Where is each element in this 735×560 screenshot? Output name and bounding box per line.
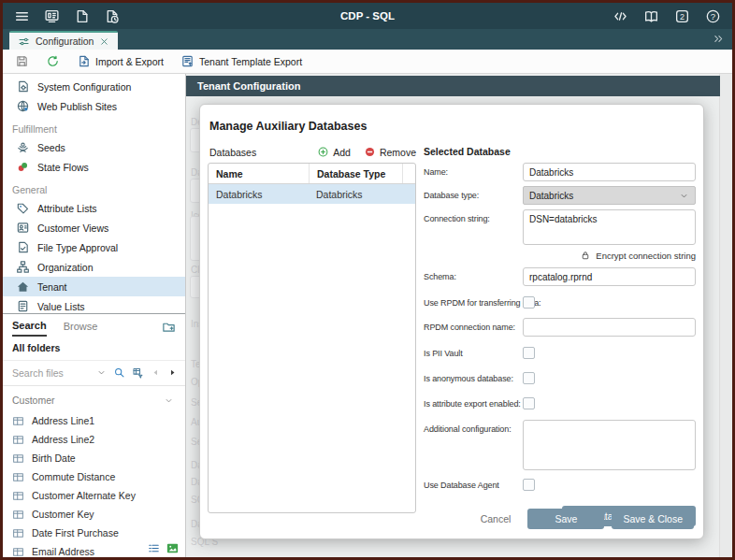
file-item-address-line2[interactable]: Address Line2 [3, 430, 185, 449]
database-agent-label: Use Database Agent [424, 476, 523, 490]
connection-string-label: Connection string: [424, 209, 523, 223]
file-item-birth-date[interactable]: Birth Date [3, 449, 185, 467]
sidebar-item-organization[interactable]: Organization [3, 257, 185, 277]
column-name[interactable]: Name [209, 168, 309, 179]
thumbnail-view-icon[interactable] [166, 541, 180, 555]
more-tabs-icon[interactable] [713, 33, 725, 45]
name-label: Name: [424, 163, 523, 177]
code-icon[interactable] [612, 8, 628, 24]
file-item-label: Birth Date [32, 452, 76, 464]
save-button[interactable]: Save [527, 509, 604, 529]
table-header-gutter [402, 164, 415, 183]
field-icon [12, 546, 24, 558]
file-item-date-first-purchase[interactable]: Date First Purchase [3, 524, 185, 542]
field-icon [12, 509, 24, 521]
manage-auxiliary-databases-dialog: Manage Auxiliary Databases Databases Add… [199, 104, 704, 539]
file-item-label: Customer Key [32, 509, 94, 520]
search-icon[interactable] [113, 366, 125, 379]
database-row-databricks[interactable]: DatabricksDatabricks [209, 184, 415, 204]
pii-vault-checkbox[interactable] [523, 347, 535, 359]
open-file-icon[interactable] [74, 8, 90, 24]
import-export-label: Import & Export [95, 56, 164, 67]
panel-title: Tenant Configuration [186, 76, 720, 96]
sliders-icon [18, 36, 30, 48]
sidebar-item-seeds[interactable]: Seeds [3, 137, 185, 157]
topbar-left-icons [14, 8, 120, 24]
tab-browse[interactable]: Browse [64, 321, 98, 336]
sidebar-item-file-type-approval[interactable]: File Type Approval [3, 237, 185, 257]
tab-configuration[interactable]: Configuration [9, 31, 118, 50]
save-and-close-button[interactable]: Save & Close [612, 509, 694, 529]
sidebar-item-label: State Flows [37, 162, 89, 173]
folder-group-label: Customer [12, 395, 55, 406]
database-agent-checkbox[interactable] [523, 479, 535, 491]
sidebar-item-value-lists[interactable]: Value Lists [3, 296, 185, 313]
dialog-footer: Cancel Save Save & Close [471, 509, 694, 529]
list-view-icon[interactable] [147, 541, 161, 555]
tab-search[interactable]: Search [12, 320, 47, 337]
database-type-select[interactable]: Databricks [523, 186, 696, 205]
remove-icon [364, 146, 376, 158]
search-input[interactable]: Search files [12, 367, 90, 379]
sidebar-item-label: Customer Views [37, 223, 108, 234]
schema-field[interactable]: rpcatalog.rprnd [523, 267, 696, 286]
recent-files-icon[interactable] [104, 8, 120, 24]
name-field[interactable]: Databricks [523, 163, 696, 181]
field-icon [12, 452, 24, 465]
rpdm-transfer-checkbox[interactable] [523, 296, 535, 309]
anonymous-database-checkbox[interactable] [523, 372, 535, 384]
file-item-customer-alternate-key[interactable]: Customer Alternate Key [3, 486, 185, 505]
file-list: Address Line1Address Line2Birth DateComm… [3, 409, 185, 558]
workspace-icon[interactable] [44, 8, 60, 24]
prev-page-icon[interactable] [151, 367, 161, 378]
encrypt-connection-string[interactable]: Encrypt connection string [424, 250, 696, 261]
folder-group-customer[interactable]: Customer [3, 386, 185, 409]
sidebar-item-label: Attribute Lists [37, 203, 97, 214]
column-database-type[interactable]: Database Type [309, 164, 402, 183]
sidebar-item-customer-views[interactable]: Customer Views [3, 218, 185, 237]
close-tab-icon[interactable] [99, 36, 109, 47]
nav-section-general: General [3, 177, 185, 198]
documentation-icon[interactable] [643, 8, 659, 24]
remove-database-button[interactable]: Remove [364, 146, 416, 158]
rpdm-connection-name-label: RPDM connection name: [424, 318, 523, 332]
menu-icon[interactable] [14, 8, 30, 24]
org-icon [16, 260, 30, 274]
tenant-template-export-button[interactable]: Tenant Template Export [180, 54, 302, 68]
sidebar-item-state-flows[interactable]: State Flows [3, 157, 185, 177]
all-folders-label[interactable]: All folders [3, 337, 185, 361]
cell-database-type: Databricks [309, 184, 403, 204]
main-scrollbar[interactable] [719, 74, 732, 558]
file-browser-panel: Search Browse All folders Search files C… [3, 313, 185, 558]
table-header: Name Database Type [209, 164, 415, 184]
additional-configuration-field[interactable] [523, 420, 696, 470]
sidebar-item-tenant[interactable]: Tenant [3, 277, 185, 296]
filter-icon[interactable] [132, 366, 144, 379]
import-export-button[interactable]: Import & Export [77, 54, 164, 68]
next-page-icon[interactable] [167, 367, 178, 378]
databases-table: Name Database Type DatabricksDatabricks [208, 163, 416, 513]
cancel-button[interactable]: Cancel [471, 513, 521, 524]
sidebar-item-attribute-lists[interactable]: Attribute Lists [3, 198, 185, 218]
add-database-button[interactable]: Add [317, 146, 351, 158]
file-item-address-line1[interactable]: Address Line1 [3, 411, 185, 430]
file-item-customer-key[interactable]: Customer Key [3, 505, 185, 524]
add-icon [317, 146, 329, 158]
tab-bar: Configuration [3, 29, 732, 50]
connection-string-field[interactable]: DSN=databricks [523, 209, 696, 245]
chevron-down-icon[interactable] [96, 367, 107, 378]
new-folder-icon[interactable] [162, 320, 176, 334]
sidebar-item-label: File Type Approval [37, 242, 118, 253]
sidebar-item-web-publish-sites[interactable]: Web Publish Sites [3, 96, 185, 116]
collapse-group-icon[interactable] [164, 395, 174, 406]
rpdm-connection-name-field[interactable] [523, 318, 696, 337]
attribute-export-checkbox[interactable] [523, 397, 535, 409]
help-icon[interactable]: ? [705, 8, 721, 24]
notifications-badge-icon[interactable]: 2 [674, 8, 690, 24]
file-item-commute-distance[interactable]: Commute Distance [3, 467, 185, 486]
file-item-label: Commute Distance [32, 471, 115, 482]
save-icon[interactable] [15, 54, 29, 68]
sidebar-item-system-configuration[interactable]: System Configuration [3, 77, 185, 96]
refresh-icon[interactable] [46, 54, 60, 68]
database-type-value: Databricks [529, 191, 573, 201]
